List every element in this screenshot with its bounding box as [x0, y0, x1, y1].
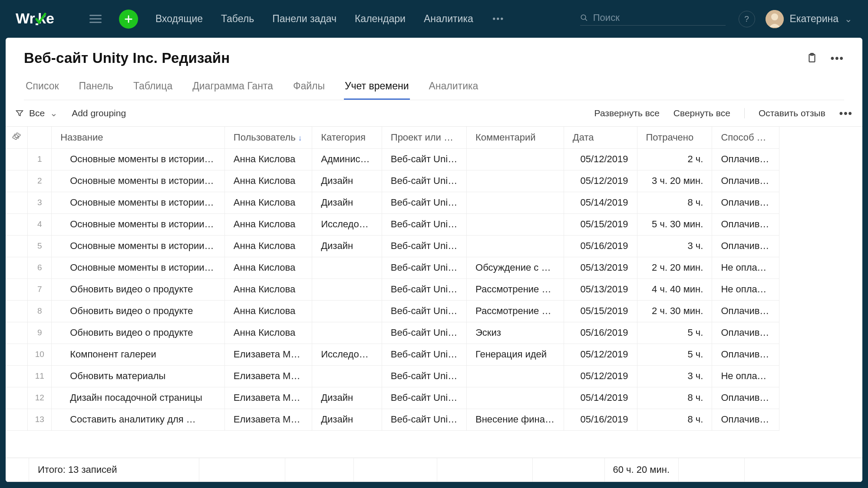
table-row[interactable]: 8Обновить видео о продуктеАнна КисловаВе…: [6, 300, 779, 322]
cell-payment[interactable]: Оплачива…: [712, 300, 779, 322]
add-grouping-button[interactable]: Add grouping: [72, 108, 126, 118]
cell-category[interactable]: Дизайн: [312, 170, 382, 192]
cell-comment[interactable]: Генерация идей: [467, 344, 564, 365]
nav-more-icon[interactable]: •••: [492, 14, 505, 24]
table-row[interactable]: 3Основные моменты в истории…Анна Кислова…: [6, 192, 779, 213]
tab-6[interactable]: Аналитика: [428, 75, 479, 100]
cell-payment[interactable]: Оплачива…: [712, 213, 779, 235]
table-row[interactable]: 9Обновить видео о продуктеАнна КисловаВе…: [6, 322, 779, 344]
cell-name[interactable]: Основные моменты в истории…: [52, 192, 225, 213]
user-menu[interactable]: Екатерина ⌄: [766, 10, 852, 28]
col-payment-header[interactable]: Способ оплаты: [712, 127, 779, 148]
cell-name[interactable]: Основные моменты в истории…: [52, 148, 225, 170]
cell-project[interactable]: Веб-сайт Unit…: [382, 365, 466, 387]
cell-date[interactable]: 05/13/2019: [564, 278, 637, 300]
cell-date[interactable]: 05/16/2019: [564, 322, 637, 344]
cell-comment[interactable]: [467, 213, 564, 235]
cell-project[interactable]: Веб-сайт Unit…: [382, 192, 466, 213]
cell-date[interactable]: 05/16/2019: [564, 409, 637, 430]
toolbar-more-icon[interactable]: •••: [839, 107, 853, 119]
cell-date[interactable]: 05/12/2019: [564, 170, 637, 192]
cell-user[interactable]: Анна Кислова: [224, 170, 312, 192]
cell-comment[interactable]: [467, 148, 564, 170]
tab-3[interactable]: Диаграмма Ганта: [191, 75, 274, 100]
cell-name[interactable]: Обновить видео о продукте: [52, 322, 225, 344]
cell-date[interactable]: 05/14/2019: [564, 387, 637, 409]
cell-comment[interactable]: [467, 365, 564, 387]
table-row[interactable]: 12Дизайн посадочной страницыЕлизавета М……: [6, 387, 779, 409]
cell-category[interactable]: Дизайн: [312, 387, 382, 409]
cell-user[interactable]: Анна Кислова: [224, 322, 312, 344]
help-button[interactable]: ?: [739, 11, 755, 27]
cell-category[interactable]: [312, 365, 382, 387]
cell-category[interactable]: Дизайн: [312, 235, 382, 257]
cell-name[interactable]: Обновить видео о продукте: [52, 278, 225, 300]
cell-category[interactable]: [312, 278, 382, 300]
cell-category[interactable]: [312, 257, 382, 278]
table-row[interactable]: 1Основные моменты в истории…Анна Кислова…: [6, 148, 779, 170]
cell-user[interactable]: Елизавета М…: [224, 387, 312, 409]
cell-category[interactable]: [312, 300, 382, 322]
cell-date[interactable]: 05/12/2019: [564, 344, 637, 365]
cell-date[interactable]: 05/16/2019: [564, 235, 637, 257]
nav-analytics[interactable]: Аналитика: [424, 13, 473, 25]
tab-4[interactable]: Файлы: [292, 75, 326, 100]
cell-comment[interactable]: [467, 192, 564, 213]
cell-user[interactable]: Анна Кислова: [224, 213, 312, 235]
cell-spent[interactable]: 8 ч.: [637, 409, 712, 430]
cell-name[interactable]: Основные моменты в истории…: [52, 213, 225, 235]
cell-name[interactable]: Обновить материалы: [52, 365, 225, 387]
tab-1[interactable]: Панель: [78, 75, 114, 100]
cell-date[interactable]: 05/12/2019: [564, 148, 637, 170]
cell-user[interactable]: Анна Кислова: [224, 235, 312, 257]
col-comment-header[interactable]: Комментарий: [467, 127, 564, 148]
table-row[interactable]: 4Основные моменты в истории…Анна Кислова…: [6, 213, 779, 235]
tab-5[interactable]: Учет времени: [344, 75, 410, 100]
cell-project[interactable]: Веб-сайт Unit…: [382, 148, 466, 170]
collapse-all-button[interactable]: Свернуть все: [673, 108, 730, 118]
cell-project[interactable]: Веб-сайт Unit…: [382, 322, 466, 344]
cell-user[interactable]: Елизавета М…: [224, 365, 312, 387]
cell-payment[interactable]: Оплачива…: [712, 148, 779, 170]
cell-name[interactable]: Обновить видео о продукте: [52, 300, 225, 322]
cell-spent[interactable]: 5 ч.: [637, 344, 712, 365]
cell-comment[interactable]: [467, 235, 564, 257]
cell-name[interactable]: Дизайн посадочной страницы: [52, 387, 225, 409]
cell-comment[interactable]: Рассмотрение ма…: [467, 278, 564, 300]
cell-comment[interactable]: Эскиз: [467, 322, 564, 344]
logo[interactable]: Wrke: [16, 10, 81, 28]
table-row[interactable]: 6Основные моменты в истории…Анна Кислова…: [6, 257, 779, 278]
cell-spent[interactable]: 8 ч.: [637, 192, 712, 213]
cell-user[interactable]: Анна Кислова: [224, 278, 312, 300]
cell-payment[interactable]: Оплачива…: [712, 387, 779, 409]
panel-more-icon[interactable]: •••: [831, 52, 844, 64]
column-settings-button[interactable]: [6, 127, 28, 148]
cell-project[interactable]: Веб-сайт Unit…: [382, 170, 466, 192]
cell-payment[interactable]: Оплачива…: [712, 192, 779, 213]
cell-user[interactable]: Анна Кислова: [224, 192, 312, 213]
cell-project[interactable]: Веб-сайт Unit…: [382, 278, 466, 300]
col-spent-header[interactable]: Потрачено: [637, 127, 712, 148]
tab-0[interactable]: Список: [25, 75, 60, 100]
search-box[interactable]: [580, 12, 726, 26]
cell-project[interactable]: Веб-сайт Unit…: [382, 344, 466, 365]
table-row[interactable]: 13Составить аналитику для …Елизавета М…Д…: [6, 409, 779, 430]
table-row[interactable]: 2Основные моменты в истории…Анна Кислова…: [6, 170, 779, 192]
nav-timesheet[interactable]: Табель: [221, 13, 254, 25]
cell-spent[interactable]: 2 ч. 20 мин.: [637, 257, 712, 278]
cell-payment[interactable]: Не оплачи…: [712, 278, 779, 300]
clipboard-icon[interactable]: [806, 52, 818, 64]
col-user-header[interactable]: Пользователь↓: [224, 127, 312, 148]
cell-category[interactable]: Исследов…: [312, 344, 382, 365]
col-category-header[interactable]: Категория: [312, 127, 382, 148]
cell-spent[interactable]: 3 ч.: [637, 235, 712, 257]
cell-user[interactable]: Анна Кислова: [224, 148, 312, 170]
cell-comment[interactable]: Обсуждение с Ана…: [467, 257, 564, 278]
cell-category[interactable]: Дизайн: [312, 409, 382, 430]
cell-project[interactable]: Веб-сайт Unit…: [382, 235, 466, 257]
cell-spent[interactable]: 8 ч.: [637, 387, 712, 409]
cell-spent[interactable]: 5 ч.: [637, 322, 712, 344]
col-date-header[interactable]: Дата: [564, 127, 637, 148]
table-row[interactable]: 5Основные моменты в истории…Анна Кислова…: [6, 235, 779, 257]
cell-project[interactable]: Веб-сайт Unit…: [382, 387, 466, 409]
